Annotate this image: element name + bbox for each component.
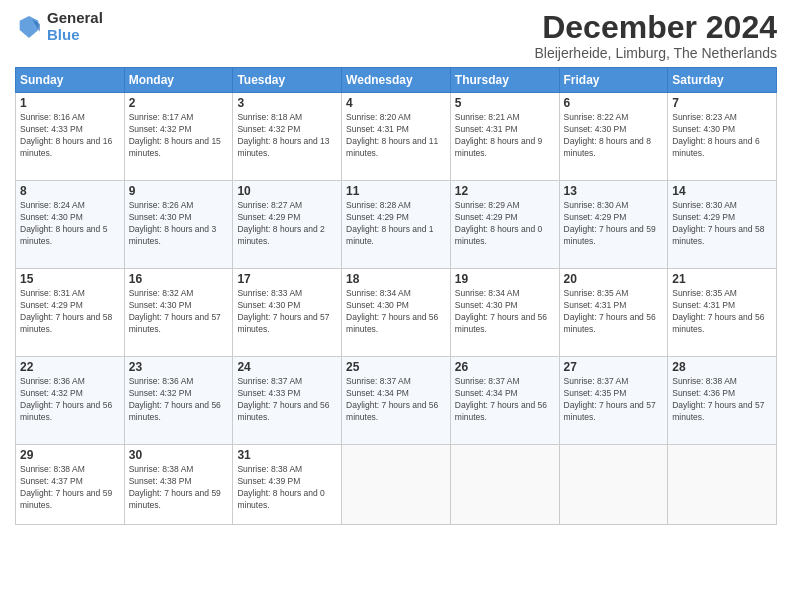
day-info: Sunrise: 8:20 AMSunset: 4:31 PMDaylight:… xyxy=(346,112,446,160)
calendar-cell: 27Sunrise: 8:37 AMSunset: 4:35 PMDayligh… xyxy=(559,357,668,445)
day-number: 5 xyxy=(455,96,555,110)
weekday-header-sunday: Sunday xyxy=(16,68,125,93)
calendar-cell: 14Sunrise: 8:30 AMSunset: 4:29 PMDayligh… xyxy=(668,181,777,269)
day-info: Sunrise: 8:30 AMSunset: 4:29 PMDaylight:… xyxy=(564,200,664,248)
day-info: Sunrise: 8:21 AMSunset: 4:31 PMDaylight:… xyxy=(455,112,555,160)
day-number: 1 xyxy=(20,96,120,110)
calendar-cell: 16Sunrise: 8:32 AMSunset: 4:30 PMDayligh… xyxy=(124,269,233,357)
day-info: Sunrise: 8:28 AMSunset: 4:29 PMDaylight:… xyxy=(346,200,446,248)
day-number: 2 xyxy=(129,96,229,110)
day-info: Sunrise: 8:24 AMSunset: 4:30 PMDaylight:… xyxy=(20,200,120,248)
header: General Blue December 2024 Bleijerheide,… xyxy=(15,10,777,61)
day-number: 22 xyxy=(20,360,120,374)
calendar-cell: 24Sunrise: 8:37 AMSunset: 4:33 PMDayligh… xyxy=(233,357,342,445)
calendar-cell: 28Sunrise: 8:38 AMSunset: 4:36 PMDayligh… xyxy=(668,357,777,445)
day-number: 30 xyxy=(129,448,229,462)
calendar-cell: 23Sunrise: 8:36 AMSunset: 4:32 PMDayligh… xyxy=(124,357,233,445)
day-info: Sunrise: 8:26 AMSunset: 4:30 PMDaylight:… xyxy=(129,200,229,248)
calendar-cell: 4Sunrise: 8:20 AMSunset: 4:31 PMDaylight… xyxy=(342,93,451,181)
calendar-cell: 12Sunrise: 8:29 AMSunset: 4:29 PMDayligh… xyxy=(450,181,559,269)
day-number: 24 xyxy=(237,360,337,374)
calendar-cell: 20Sunrise: 8:35 AMSunset: 4:31 PMDayligh… xyxy=(559,269,668,357)
day-number: 21 xyxy=(672,272,772,286)
day-info: Sunrise: 8:18 AMSunset: 4:32 PMDaylight:… xyxy=(237,112,337,160)
day-number: 19 xyxy=(455,272,555,286)
logo: General Blue xyxy=(15,10,103,43)
calendar-cell: 18Sunrise: 8:34 AMSunset: 4:30 PMDayligh… xyxy=(342,269,451,357)
day-number: 20 xyxy=(564,272,664,286)
day-info: Sunrise: 8:22 AMSunset: 4:30 PMDaylight:… xyxy=(564,112,664,160)
day-info: Sunrise: 8:37 AMSunset: 4:34 PMDaylight:… xyxy=(346,376,446,424)
day-number: 13 xyxy=(564,184,664,198)
day-info: Sunrise: 8:37 AMSunset: 4:33 PMDaylight:… xyxy=(237,376,337,424)
day-number: 8 xyxy=(20,184,120,198)
calendar-cell: 3Sunrise: 8:18 AMSunset: 4:32 PMDaylight… xyxy=(233,93,342,181)
title-section: December 2024 Bleijerheide, Limburg, The… xyxy=(534,10,777,61)
calendar-cell: 25Sunrise: 8:37 AMSunset: 4:34 PMDayligh… xyxy=(342,357,451,445)
day-number: 28 xyxy=(672,360,772,374)
calendar-cell: 10Sunrise: 8:27 AMSunset: 4:29 PMDayligh… xyxy=(233,181,342,269)
day-number: 17 xyxy=(237,272,337,286)
calendar-cell xyxy=(342,445,451,525)
day-number: 25 xyxy=(346,360,446,374)
calendar-cell: 26Sunrise: 8:37 AMSunset: 4:34 PMDayligh… xyxy=(450,357,559,445)
calendar-cell: 2Sunrise: 8:17 AMSunset: 4:32 PMDaylight… xyxy=(124,93,233,181)
day-number: 23 xyxy=(129,360,229,374)
calendar-table: SundayMondayTuesdayWednesdayThursdayFrid… xyxy=(15,67,777,525)
day-info: Sunrise: 8:34 AMSunset: 4:30 PMDaylight:… xyxy=(455,288,555,336)
day-number: 26 xyxy=(455,360,555,374)
day-info: Sunrise: 8:36 AMSunset: 4:32 PMDaylight:… xyxy=(20,376,120,424)
svg-marker-0 xyxy=(20,16,39,38)
weekday-header-friday: Friday xyxy=(559,68,668,93)
weekday-header-tuesday: Tuesday xyxy=(233,68,342,93)
calendar-cell: 22Sunrise: 8:36 AMSunset: 4:32 PMDayligh… xyxy=(16,357,125,445)
calendar-cell: 19Sunrise: 8:34 AMSunset: 4:30 PMDayligh… xyxy=(450,269,559,357)
calendar-cell: 7Sunrise: 8:23 AMSunset: 4:30 PMDaylight… xyxy=(668,93,777,181)
calendar-cell: 29Sunrise: 8:38 AMSunset: 4:37 PMDayligh… xyxy=(16,445,125,525)
day-info: Sunrise: 8:38 AMSunset: 4:37 PMDaylight:… xyxy=(20,464,120,512)
calendar-week-5: 29Sunrise: 8:38 AMSunset: 4:37 PMDayligh… xyxy=(16,445,777,525)
day-info: Sunrise: 8:30 AMSunset: 4:29 PMDaylight:… xyxy=(672,200,772,248)
day-number: 4 xyxy=(346,96,446,110)
calendar-cell: 5Sunrise: 8:21 AMSunset: 4:31 PMDaylight… xyxy=(450,93,559,181)
weekday-header-wednesday: Wednesday xyxy=(342,68,451,93)
day-number: 15 xyxy=(20,272,120,286)
day-info: Sunrise: 8:35 AMSunset: 4:31 PMDaylight:… xyxy=(564,288,664,336)
calendar-cell: 13Sunrise: 8:30 AMSunset: 4:29 PMDayligh… xyxy=(559,181,668,269)
day-info: Sunrise: 8:34 AMSunset: 4:30 PMDaylight:… xyxy=(346,288,446,336)
logo-icon xyxy=(15,13,43,41)
calendar-page: General Blue December 2024 Bleijerheide,… xyxy=(0,0,792,612)
calendar-cell: 30Sunrise: 8:38 AMSunset: 4:38 PMDayligh… xyxy=(124,445,233,525)
day-number: 27 xyxy=(564,360,664,374)
calendar-cell: 11Sunrise: 8:28 AMSunset: 4:29 PMDayligh… xyxy=(342,181,451,269)
day-info: Sunrise: 8:36 AMSunset: 4:32 PMDaylight:… xyxy=(129,376,229,424)
logo-text: General Blue xyxy=(47,10,103,43)
day-info: Sunrise: 8:33 AMSunset: 4:30 PMDaylight:… xyxy=(237,288,337,336)
calendar-cell: 17Sunrise: 8:33 AMSunset: 4:30 PMDayligh… xyxy=(233,269,342,357)
day-info: Sunrise: 8:38 AMSunset: 4:38 PMDaylight:… xyxy=(129,464,229,512)
day-info: Sunrise: 8:17 AMSunset: 4:32 PMDaylight:… xyxy=(129,112,229,160)
calendar-cell: 8Sunrise: 8:24 AMSunset: 4:30 PMDaylight… xyxy=(16,181,125,269)
month-title: December 2024 xyxy=(534,10,777,45)
weekday-header-thursday: Thursday xyxy=(450,68,559,93)
day-number: 6 xyxy=(564,96,664,110)
day-number: 3 xyxy=(237,96,337,110)
calendar-cell: 1Sunrise: 8:16 AMSunset: 4:33 PMDaylight… xyxy=(16,93,125,181)
day-number: 11 xyxy=(346,184,446,198)
day-info: Sunrise: 8:37 AMSunset: 4:35 PMDaylight:… xyxy=(564,376,664,424)
day-info: Sunrise: 8:27 AMSunset: 4:29 PMDaylight:… xyxy=(237,200,337,248)
calendar-cell xyxy=(559,445,668,525)
calendar-week-4: 22Sunrise: 8:36 AMSunset: 4:32 PMDayligh… xyxy=(16,357,777,445)
calendar-cell: 15Sunrise: 8:31 AMSunset: 4:29 PMDayligh… xyxy=(16,269,125,357)
day-info: Sunrise: 8:23 AMSunset: 4:30 PMDaylight:… xyxy=(672,112,772,160)
day-info: Sunrise: 8:29 AMSunset: 4:29 PMDaylight:… xyxy=(455,200,555,248)
location-title: Bleijerheide, Limburg, The Netherlands xyxy=(534,45,777,61)
calendar-cell xyxy=(450,445,559,525)
calendar-cell xyxy=(668,445,777,525)
day-info: Sunrise: 8:38 AMSunset: 4:36 PMDaylight:… xyxy=(672,376,772,424)
calendar-cell: 21Sunrise: 8:35 AMSunset: 4:31 PMDayligh… xyxy=(668,269,777,357)
day-number: 16 xyxy=(129,272,229,286)
calendar-cell: 31Sunrise: 8:38 AMSunset: 4:39 PMDayligh… xyxy=(233,445,342,525)
weekday-header-saturday: Saturday xyxy=(668,68,777,93)
calendar-week-2: 8Sunrise: 8:24 AMSunset: 4:30 PMDaylight… xyxy=(16,181,777,269)
